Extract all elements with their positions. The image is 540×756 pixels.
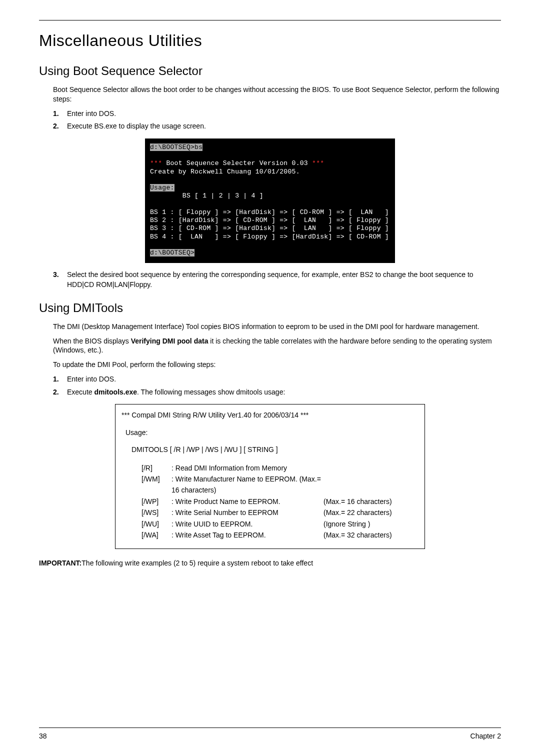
step-number: 1. [53, 374, 59, 384]
important-text: The following write examples (2 to 5) re… [82, 559, 313, 567]
intro-text: Boot Sequence Selector allows the boot o… [53, 85, 501, 104]
max: (Max.= 32 characters) [324, 530, 418, 540]
step-item: 1. Enter into DOS. [53, 109, 501, 119]
flag: [/R] [142, 462, 172, 474]
page-number: 38 [39, 732, 47, 740]
section-heading-boot-seq: Using Boot Sequence Selector [39, 64, 501, 78]
chapter-label: Chapter 2 [470, 732, 501, 740]
terminal-line: BS 2 : [HardDisk] => [ CD-ROM ] => [ LAN… [150, 216, 389, 224]
max: (Ignore String ) [324, 518, 418, 530]
terminal-wrapper: d:\BOOTSEQ>bs *** Boot Sequence Selecter… [39, 138, 501, 264]
step-item: 3. Select the desired boot sequence by e… [53, 270, 501, 290]
step-number: 2. [53, 122, 59, 132]
infobox-wrapper: *** Compal DMI String R/W Utility Ver1.4… [39, 404, 501, 549]
flag: [/WA] [142, 530, 172, 540]
step-number: 1. [53, 109, 59, 119]
page-footer: 38 Chapter 2 [39, 728, 501, 740]
important-note: IMPORTANT:The following write examples (… [39, 559, 501, 567]
section-heading-dmitools: Using DMITools [39, 301, 501, 315]
step-item: 1. Enter into DOS. [53, 374, 501, 384]
desc: : Write Manufacturer Name to EEPROM. (Ma… [172, 474, 324, 496]
terminal-line: d:\BOOTSEQ>bs [150, 144, 202, 151]
terminal-red: *** [150, 160, 162, 167]
terminal-line: BS 3 : [ CD-ROM ] => [HardDisk] => [ LAN… [150, 224, 389, 232]
step-number: 2. [53, 388, 59, 398]
paragraph: When the BIOS displays Verifying DMI poo… [53, 336, 501, 356]
infobox-row: [/WS] : Write Serial Number to EEPROM (M… [142, 507, 418, 518]
footer-row: 38 Chapter 2 [39, 732, 501, 740]
infobox-row: [/R] : Read DMI Information from Memory [142, 462, 418, 474]
dmitools-usage-box: *** Compal DMI String R/W Utility Ver1.4… [115, 404, 425, 549]
terminal-line: BS 1 : [ Floppy ] => [HardDisk] => [ CD-… [150, 208, 389, 216]
flag: [/WP] [142, 496, 172, 507]
step-text: Select the desired boot sequence by ente… [67, 270, 474, 288]
infobox-row: [/WP] : Write Product Name to EEPROM. (M… [142, 496, 418, 507]
terminal-line: Usage: [150, 184, 174, 192]
desc: : Read DMI Information from Memory [172, 462, 324, 474]
step-item: 2. Execute BS.exe to display the usage s… [53, 122, 501, 132]
terminal-screenshot: d:\BOOTSEQ>bs *** Boot Sequence Selecter… [145, 138, 395, 264]
terminal-line: BS 4 : [ LAN ] => [ Floppy ] => [HardDis… [150, 233, 389, 240]
footer-rule [39, 728, 501, 728]
text-run: . The following messages show dmitools u… [137, 388, 285, 396]
flag: [/WU] [142, 518, 172, 530]
text-run: Execute [67, 388, 94, 396]
step-text: Enter into DOS. [67, 375, 116, 383]
paragraph: To update the DMI Pool, perform the foll… [53, 360, 501, 370]
infobox-title: *** Compal DMI String R/W Utility Ver1.4… [122, 410, 418, 420]
infobox-row: [/WA] : Write Asset Tag to EEPROM. (Max.… [142, 530, 418, 540]
page-title: Miscellaneous Utilities [39, 32, 501, 50]
max: (Max.= 16 characters) [324, 496, 418, 507]
desc: : Write Product Name to EEPROM. [172, 496, 324, 507]
max [324, 474, 418, 496]
desc: : Write UUID to EEPROM. [172, 518, 324, 530]
step-text: Enter into DOS. [67, 110, 116, 118]
flag: [/WM] [142, 474, 172, 496]
steps-list-1b: 3. Select the desired boot sequence by e… [53, 270, 501, 290]
step-text: Execute BS.exe to display the usage scre… [67, 122, 206, 130]
max [324, 462, 418, 474]
text-run: When the BIOS displays [53, 337, 131, 345]
infobox-usage-label: Usage: [126, 427, 418, 438]
steps-list-1: 1. Enter into DOS. 2. Execute BS.exe to … [53, 109, 501, 132]
terminal-line: d:\BOOTSEQ> [150, 249, 194, 256]
top-rule [39, 20, 501, 20]
paragraph: The DMI (Desktop Management Interface) T… [53, 322, 501, 332]
desc: : Write Serial Number to EEPROM [172, 507, 324, 518]
terminal-line: Create by Rockwell Chuang 10/01/2005. [150, 168, 300, 176]
important-label: IMPORTANT: [39, 559, 82, 567]
step-number: 3. [53, 270, 59, 280]
flag: [/WS] [142, 507, 172, 518]
terminal-line: BS [ 1 | 2 | 3 | 4 ] [150, 192, 264, 200]
terminal-line: Boot Sequence Selecter Version 0.03 [162, 160, 312, 167]
terminal-red: *** [312, 160, 324, 167]
infobox-row: [/WU] : Write UUID to EEPROM. (Ignore St… [142, 518, 418, 530]
infobox-command: DMITOOLS [ /R | /WP | /WS | /WU ] [ STRI… [132, 444, 418, 455]
bold-text: Verifying DMI pool data [131, 337, 208, 345]
infobox-row: [/WM] : Write Manufacturer Name to EEPRO… [142, 474, 418, 496]
max: (Max.= 22 characters) [324, 507, 418, 518]
step-item: 2. Execute dmitools.exe. The following m… [53, 388, 501, 398]
desc: : Write Asset Tag to EEPROM. [172, 530, 324, 540]
steps-list-2: 1. Enter into DOS. 2. Execute dmitools.e… [53, 374, 501, 397]
bold-text: dmitools.exe [94, 388, 137, 396]
